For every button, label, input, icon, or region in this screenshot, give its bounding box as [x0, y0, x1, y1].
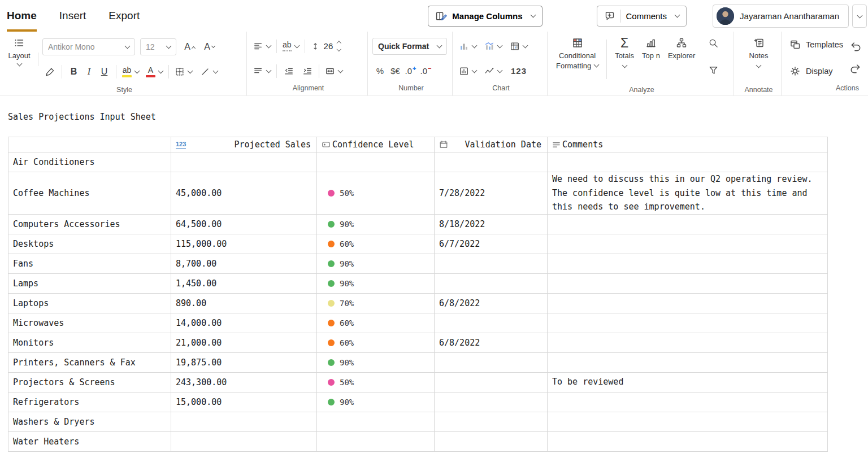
validation-date-cell[interactable]: 8/18/2022 — [435, 214, 548, 234]
confidence-cell[interactable]: 70% — [317, 293, 435, 313]
projected-sales-cell[interactable]: 890.00 — [171, 293, 317, 313]
comment-cell[interactable] — [548, 254, 828, 273]
percent-format-button[interactable]: % — [372, 63, 388, 80]
product-cell[interactable]: Monitors — [8, 333, 171, 352]
projected-sales-cell[interactable]: 45,000.00 — [171, 172, 317, 215]
increase-decimal-button[interactable]: .0+ — [403, 63, 418, 80]
product-cell[interactable]: Washers & Dryers — [8, 412, 171, 431]
underline-button[interactable]: U — [97, 63, 112, 80]
projected-sales-cell[interactable]: 8,700.00 — [171, 254, 317, 273]
decrease-decimal-button[interactable]: .0− — [418, 63, 433, 80]
horizontal-align-button[interactable] — [251, 38, 272, 55]
product-cell[interactable]: Fans — [8, 254, 171, 273]
confidence-cell[interactable]: 90% — [317, 273, 435, 293]
product-cell[interactable]: Computers Accessories — [8, 214, 171, 234]
validation-date-cell[interactable]: 6/7/2022 — [435, 234, 548, 254]
validation-date-cell[interactable]: 6/8/2022 — [435, 333, 548, 352]
validation-date-cell[interactable] — [435, 313, 548, 333]
layout-button[interactable]: Layout — [5, 33, 34, 85]
comment-cell[interactable] — [548, 313, 828, 333]
column-header-confidence-level[interactable]: Confidence Level — [317, 137, 435, 152]
comment-cell[interactable] — [548, 214, 828, 234]
combo-chart-button[interactable] — [483, 38, 504, 55]
comments-button[interactable]: Comments — [597, 6, 687, 27]
search-button[interactable] — [706, 34, 721, 51]
tab-insert[interactable]: Insert — [59, 0, 86, 32]
validation-date-cell[interactable] — [435, 352, 548, 372]
product-cell[interactable]: Coffee Machines — [8, 172, 171, 215]
comment-cell[interactable] — [548, 352, 828, 372]
chart-type-button[interactable] — [457, 63, 478, 80]
projected-sales-cell[interactable]: 14,000.00 — [171, 313, 317, 333]
confidence-cell[interactable] — [317, 431, 435, 451]
manage-columns-button[interactable]: Manage Columns — [428, 6, 542, 27]
projected-sales-cell[interactable]: 1,450.00 — [171, 273, 317, 293]
confidence-cell[interactable]: 60% — [317, 333, 435, 352]
comment-cell[interactable] — [548, 293, 828, 313]
product-cell[interactable]: Air Conditioners — [8, 152, 171, 172]
merge-cells-button[interactable] — [323, 63, 344, 80]
conditional-formatting-button[interactable]: Conditional Formatting — [552, 33, 602, 85]
row-height-control[interactable]: 26 — [309, 38, 342, 55]
tab-home[interactable]: Home — [7, 0, 37, 32]
explorer-button[interactable]: Explorer — [664, 33, 699, 85]
filter-button[interactable] — [706, 62, 721, 78]
confidence-cell[interactable]: 50% — [317, 372, 435, 392]
diagonal-border-button[interactable] — [198, 63, 219, 80]
font-family-select[interactable]: Antikor Mono — [42, 38, 135, 55]
account-menu-button[interactable] — [852, 5, 867, 28]
number-display-button[interactable]: 123 — [509, 63, 528, 80]
product-cell[interactable]: Desktops — [8, 234, 171, 254]
confidence-cell[interactable]: 60% — [317, 234, 435, 254]
increase-font-size-button[interactable]: A — [182, 38, 197, 55]
projected-sales-cell[interactable]: 19,875.00 — [171, 352, 317, 372]
projected-sales-cell[interactable]: 115,000.00 — [171, 234, 317, 254]
product-cell[interactable]: Printers, Scanners & Fax — [8, 352, 171, 372]
bar-chart-button[interactable] — [457, 38, 478, 55]
wrap-text-button[interactable]: ab — [281, 38, 301, 55]
sparkline-button[interactable] — [483, 63, 504, 80]
undo-button[interactable] — [848, 38, 863, 55]
column-header-product[interactable] — [8, 137, 171, 152]
validation-date-cell[interactable] — [435, 372, 548, 392]
totals-button[interactable]: Σ Totals — [611, 33, 638, 85]
comment-cell[interactable] — [548, 234, 828, 254]
confidence-cell[interactable]: 90% — [317, 214, 435, 234]
product-cell[interactable]: Refrigerators — [8, 392, 171, 412]
projected-sales-cell[interactable]: 243,300.00 — [171, 372, 317, 392]
account-button[interactable]: Jayaraman Anantharaman — [713, 5, 849, 28]
confidence-cell[interactable] — [317, 412, 435, 431]
validation-date-cell[interactable]: 7/28/2022 — [435, 172, 548, 215]
validation-date-cell[interactable] — [435, 412, 548, 431]
confidence-cell[interactable]: 50% — [317, 172, 435, 215]
format-painter-button[interactable] — [42, 63, 58, 80]
row-height-spinner[interactable] — [337, 42, 341, 51]
comment-cell[interactable] — [548, 273, 828, 293]
product-cell[interactable]: Lamps — [8, 273, 171, 293]
bold-button[interactable]: B — [66, 63, 81, 80]
projected-sales-cell[interactable] — [171, 431, 317, 451]
comment-cell[interactable] — [548, 412, 828, 431]
validation-date-cell[interactable] — [435, 431, 548, 451]
product-cell[interactable]: Laptops — [8, 293, 171, 313]
currency-format-button[interactable]: $€ — [388, 63, 403, 80]
templates-button[interactable]: Templates — [789, 39, 843, 50]
projected-sales-cell[interactable] — [171, 412, 317, 431]
comment-cell[interactable]: We need to discuss this in our Q2 operat… — [548, 172, 828, 215]
decrease-indent-button[interactable] — [281, 63, 296, 80]
projected-sales-cell[interactable] — [171, 152, 317, 172]
column-header-validation-date[interactable]: Validation Date — [435, 137, 548, 152]
increase-indent-button[interactable] — [300, 63, 315, 80]
projected-sales-cell[interactable]: 64,500.00 — [171, 214, 317, 234]
confidence-cell[interactable]: 60% — [317, 313, 435, 333]
product-cell[interactable]: Projectors & Screens — [8, 372, 171, 392]
redo-button[interactable] — [848, 60, 863, 77]
tab-export[interactable]: Export — [108, 0, 140, 32]
projected-sales-cell[interactable]: 15,000.00 — [171, 392, 317, 412]
confidence-cell[interactable] — [317, 152, 435, 172]
column-header-comments[interactable]: Comments — [548, 137, 828, 152]
validation-date-cell[interactable]: 6/8/2022 — [435, 293, 548, 313]
comment-cell[interactable] — [548, 333, 828, 352]
comment-cell[interactable]: To be reviewed — [548, 372, 828, 392]
top-n-button[interactable]: Top n — [638, 33, 664, 85]
